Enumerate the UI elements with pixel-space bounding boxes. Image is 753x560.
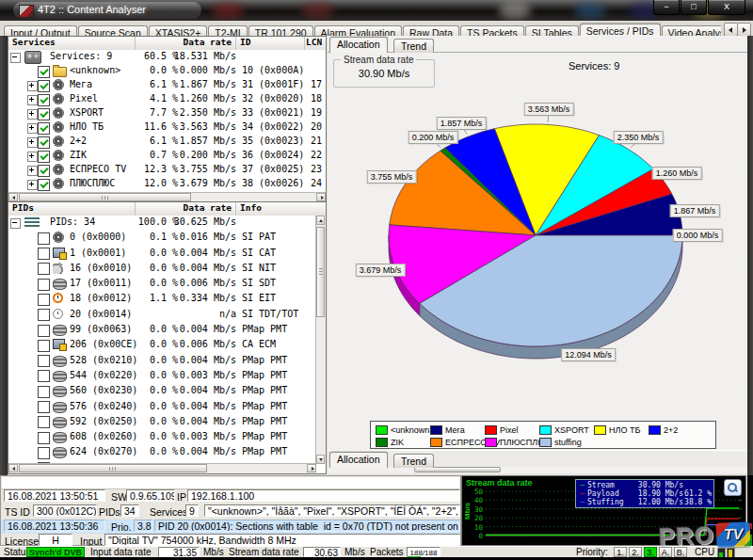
service-row[interactable]: НЛО ТБ11.6 %3.563 Mb/s34 (0x0022)20 bbox=[8, 120, 326, 135]
tab-input-output[interactable]: Input / Output bbox=[4, 25, 77, 36]
pid-row[interactable]: 592 (0x0250)0.0 %0.004 Mb/sPMap PMT bbox=[8, 415, 316, 430]
column-header-lcn[interactable]: LCN bbox=[305, 37, 326, 50]
pids-root-row[interactable]: PIDs: 34 100.0 % 30.625 Mb/s bbox=[8, 216, 316, 231]
legend-item[interactable]: stuffing bbox=[539, 438, 594, 447]
scrollbar-thumb[interactable] bbox=[19, 464, 207, 472]
tab-alarm-evaluation[interactable]: Alarm Evaluation bbox=[314, 25, 402, 36]
service-checkbox[interactable] bbox=[38, 108, 50, 120]
pid-checkbox[interactable] bbox=[38, 294, 50, 306]
scrollbar-thumb[interactable] bbox=[316, 227, 325, 317]
pid-checkbox[interactable] bbox=[38, 279, 50, 291]
service-checkbox[interactable] bbox=[38, 80, 50, 92]
pid-checkbox[interactable] bbox=[38, 232, 50, 245]
pid-row[interactable]: 544 (0x0220)0.0 %0.003 Mb/sPMap PMT bbox=[8, 369, 316, 384]
pid-checkbox[interactable] bbox=[38, 263, 50, 275]
legend-item[interactable]: ПЛЮСПЛЮС bbox=[485, 438, 539, 447]
pid-row[interactable]: 0 (0x0000)0.1 %0.016 Mb/sSI PAT bbox=[8, 231, 316, 246]
tab-raw-data[interactable]: Raw Data bbox=[403, 25, 459, 36]
expand-icon[interactable] bbox=[27, 95, 38, 105]
pid-row[interactable]: 528 (0x0210)0.0 %0.004 Mb/sPMap PMT bbox=[8, 354, 316, 369]
service-row[interactable]: <unknown>0.0 %0.000 Mb/s10 (0x000A) bbox=[8, 64, 326, 78]
service-checkbox[interactable] bbox=[38, 151, 50, 163]
service-row[interactable]: XSPORT7.7 %2.350 Mb/s33 (0x0021)19 bbox=[8, 106, 326, 120]
expand-icon[interactable] bbox=[27, 137, 38, 148]
service-checkbox[interactable] bbox=[38, 165, 50, 177]
service-row[interactable]: 2+26.1 %1.857 Mb/s35 (0x0023)21 bbox=[8, 135, 326, 149]
maximize-button[interactable]: □ bbox=[681, 0, 707, 15]
expand-icon[interactable] bbox=[27, 109, 38, 120]
tab-scroll-right-icon[interactable] bbox=[737, 23, 751, 37]
expand-icon[interactable] bbox=[27, 152, 38, 162]
priority-button-2[interactable]: 2. bbox=[629, 547, 642, 557]
pid-row[interactable]: 624 (0x0270)0.0 %0.004 Mb/sPMap PMT bbox=[8, 445, 316, 460]
tab-video-analysis[interactable]: Video Analysis bbox=[662, 25, 721, 36]
pid-checkbox[interactable] bbox=[38, 370, 50, 382]
service-checkbox[interactable] bbox=[38, 122, 50, 135]
column-header-id[interactable]: ID bbox=[236, 37, 305, 50]
scroll-down-icon[interactable] bbox=[316, 455, 325, 464]
tab-scroll-left-icon[interactable] bbox=[724, 23, 738, 37]
scrollbar-thumb[interactable] bbox=[19, 193, 191, 201]
tab-si-tables[interactable]: SI Tables bbox=[525, 25, 579, 36]
service-row[interactable]: Мега6.1 %1.867 Mb/s31 (0x001F)17 bbox=[8, 78, 326, 92]
pid-checkbox[interactable] bbox=[38, 340, 50, 352]
tab-xtasis2-[interactable]: XTASIS2+ bbox=[149, 25, 208, 36]
pid-checkbox[interactable] bbox=[38, 355, 50, 367]
priority-button-3[interactable]: 3. bbox=[644, 547, 657, 557]
tab-services-pids[interactable]: Services / PIDs bbox=[580, 24, 661, 36]
service-checkbox[interactable] bbox=[38, 136, 50, 149]
pid-checkbox[interactable] bbox=[38, 309, 50, 321]
close-button[interactable]: X bbox=[708, 0, 745, 15]
expand-icon[interactable] bbox=[27, 123, 38, 134]
pid-row[interactable]: 1 (0x0001)0.0 %0.004 Mb/sSI CAT bbox=[8, 247, 316, 262]
scroll-up-icon[interactable] bbox=[316, 216, 325, 225]
tab-allocation-bottom[interactable]: Allocation bbox=[329, 452, 388, 468]
column-header-data-rate[interactable]: Data rate bbox=[136, 37, 236, 50]
collapse-icon[interactable] bbox=[10, 53, 21, 63]
tab-tr-101-290[interactable]: TR 101 290 bbox=[248, 25, 313, 36]
service-row[interactable]: Pixel4.1 %1.260 Mb/s32 (0x0020)18 bbox=[8, 92, 326, 106]
legend-item[interactable]: Pixel bbox=[485, 425, 539, 435]
column-header-pids[interactable]: PIDs bbox=[8, 202, 136, 216]
legend-item[interactable]: Мега bbox=[430, 425, 485, 435]
tab-source-scan[interactable]: Source Scan bbox=[78, 25, 148, 36]
pid-row[interactable]: 576 (0x0240)0.0 %0.004 Mb/sPMap PMT bbox=[8, 400, 316, 415]
legend-item[interactable]: XSPORT bbox=[539, 425, 594, 435]
legend-item[interactable]: 2+2 bbox=[649, 425, 703, 435]
legend-item[interactable]: ЕСПРЕСО TV bbox=[430, 438, 485, 447]
pie-chart[interactable] bbox=[328, 36, 747, 450]
minimize-button[interactable]: − bbox=[653, 0, 680, 15]
tab-ts-packets[interactable]: TS Packets bbox=[460, 25, 524, 36]
pid-checkbox[interactable] bbox=[38, 447, 50, 459]
scroll-left-icon[interactable] bbox=[8, 464, 18, 472]
legend-item[interactable]: <unknown> bbox=[376, 425, 430, 435]
pid-row[interactable]: 17 (0x0011)0.0 %0.006 Mb/sSI SDT bbox=[8, 277, 316, 292]
tab-trend-bottom[interactable]: Trend bbox=[393, 454, 434, 468]
log-line-empty[interactable] bbox=[2, 477, 459, 489]
pid-checkbox[interactable] bbox=[38, 325, 50, 337]
pids-vertical-scrollbar[interactable] bbox=[315, 216, 326, 464]
service-row[interactable]: ZIK0.7 %0.200 Mb/s36 (0x0024)22 bbox=[8, 149, 326, 163]
legend-item[interactable]: НЛО ТБ bbox=[594, 425, 649, 435]
pid-row[interactable]: 16 (0x0010)0.0 %0.004 Mb/sSI NIT bbox=[8, 262, 316, 277]
title-bar[interactable]: 4T2 :: Content Analyser − □ X bbox=[0, 0, 753, 22]
magnifier-button[interactable] bbox=[724, 479, 742, 496]
column-header-data-rate[interactable]: Data rate bbox=[136, 202, 236, 216]
pid-row[interactable]: 18 (0x0012)1.1 %0.334 Mb/sSI EIT bbox=[8, 292, 316, 307]
pid-row[interactable]: 20 (0x0014)n/aSI TDT/TOT bbox=[8, 308, 316, 323]
column-header-services[interactable]: Services bbox=[8, 37, 136, 50]
pid-row[interactable]: 206 (0x00CE)0.0 %0.006 Mb/sCA ECM bbox=[8, 338, 316, 353]
legend-item[interactable]: ZIK bbox=[376, 438, 430, 447]
service-checkbox[interactable] bbox=[38, 94, 50, 106]
pid-checkbox[interactable] bbox=[38, 386, 50, 398]
expand-icon[interactable] bbox=[27, 81, 38, 91]
services-root-row[interactable]: Services: 9 60.5 % 18.531 Mb/s bbox=[8, 50, 326, 64]
pid-row[interactable]: 608 (0x0260)0.0 %0.003 Mb/sPMap PMT bbox=[8, 430, 316, 445]
expand-icon[interactable] bbox=[27, 166, 38, 176]
service-checkbox[interactable] bbox=[38, 66, 50, 78]
priority-button-1[interactable]: 1. bbox=[614, 547, 627, 557]
tab-t2-mi[interactable]: T2-MI bbox=[208, 25, 247, 36]
pid-checkbox[interactable] bbox=[38, 248, 50, 260]
scroll-right-icon[interactable] bbox=[307, 464, 316, 472]
expand-icon[interactable] bbox=[27, 180, 38, 190]
